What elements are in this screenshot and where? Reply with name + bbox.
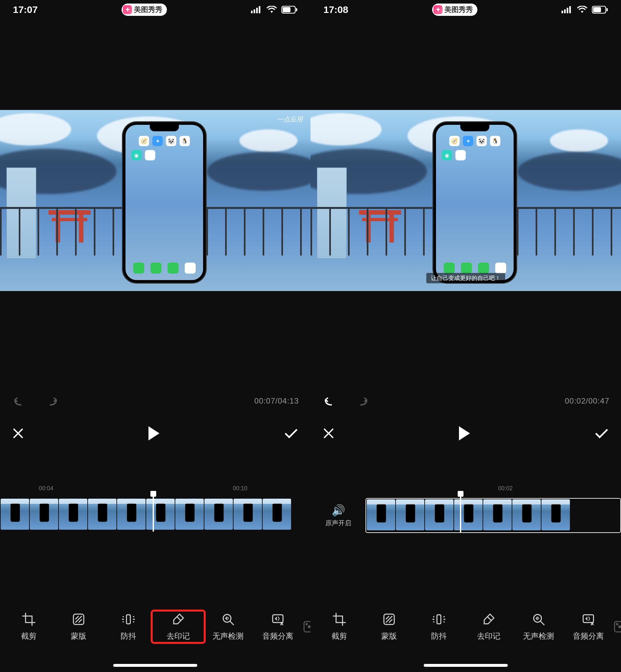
tool-label: 无声检测 [212,631,244,641]
svg-point-20 [306,624,307,625]
svg-line-11 [75,616,79,619]
svg-rect-22 [562,11,563,13]
tool-crop[interactable]: 截剪 [315,612,364,641]
svg-line-16 [230,621,234,625]
wifi-icon [577,6,587,13]
svg-line-34 [389,619,392,623]
home-indicator[interactable] [424,664,508,667]
timeline-thumbnail[interactable] [59,499,87,530]
ruler-mark: 00:10 [233,485,247,492]
tool-crop[interactable]: 截剪 [4,612,54,641]
timeline-thumbnail[interactable] [396,499,424,530]
tool-audio[interactable]: 音频分离 [564,612,613,641]
tool-label: 截剪 [21,631,37,641]
crop-icon [22,612,36,626]
timeline-thumbnail[interactable] [367,499,395,530]
svg-line-10 [75,616,82,623]
status-bar: 17:08 ✦美图秀秀 [310,0,621,19]
svg-rect-6 [296,8,297,11]
timecode: 00:02/00:47 [565,396,609,406]
phone-mockup: 🧭✦🐼🐧 ◉◐ [123,122,206,283]
stabilize-icon [121,612,135,626]
svg-rect-23 [564,9,566,13]
svg-rect-17 [273,615,283,623]
play-icon [459,426,470,440]
timeline-thumbnail[interactable] [204,499,233,530]
tool-label: 音频分离 [262,631,293,641]
svg-rect-5 [283,7,290,12]
video-preview[interactable]: 一点应用 🧭✦🐼🐧 ◉◐ [0,110,310,291]
mask-icon [382,612,396,626]
timeline-thumbnail[interactable] [175,499,204,530]
video-preview[interactable]: 🧭✦🐼🐧 ◉◐ 让自己变成更好的自己吧！ [310,110,621,291]
undo-icon[interactable] [12,394,26,408]
play-button[interactable] [459,426,470,440]
screenshot-2: 17:08 ✦美图秀秀 🧭✦🐼🐧 ◉◐ 让自 [310,0,621,672]
time-row: 00:07/04:13 [0,391,310,411]
timeline-thumbnail[interactable] [512,499,541,530]
playhead[interactable] [153,495,154,532]
signal-icon [251,6,262,13]
timeline-thumbnail[interactable] [117,499,146,530]
timeline-thumbnail[interactable] [541,499,570,530]
timeline-thumbnail[interactable] [263,499,291,530]
confirm-icon[interactable] [594,427,609,440]
bottom-toolbar: 截剪 蒙版 防抖 去印记 无声检测 音频分离 [0,604,310,649]
control-row [310,420,621,446]
tool-erase[interactable]: 去印记 [464,612,513,641]
svg-line-38 [540,621,544,625]
tool-magic[interactable] [303,620,310,634]
timeline-thumbnail[interactable] [234,499,262,530]
tool-audio[interactable]: 音频分离 [253,612,303,641]
redo-icon[interactable] [356,394,370,408]
confirm-icon[interactable] [283,427,299,440]
phone-mockup: 🧭✦🐼🐧 ◉◐ [433,122,516,283]
silence-icon [531,612,546,626]
close-icon[interactable] [12,427,25,440]
screenshot-1: 17:07 ✦美图秀秀 一点应用 🧭✦🐼🐧 ◉◐ [0,0,310,672]
timecode: 00:07/04:13 [254,396,299,406]
wifi-icon [266,6,277,13]
timeline-thumbnail[interactable] [30,499,58,530]
timeline-thumbnail[interactable] [425,499,453,530]
svg-rect-0 [251,11,253,13]
svg-line-33 [386,616,389,619]
undo-icon[interactable] [322,394,336,408]
timeline[interactable]: 00:0400:10 [0,485,310,532]
svg-line-12 [79,619,82,623]
tool-stabilize[interactable]: 防抖 [104,612,153,641]
timeline[interactable]: 00:02 [310,485,621,533]
tool-silence[interactable]: 无声检测 [203,612,253,641]
playhead[interactable] [460,495,461,533]
play-button[interactable] [149,426,160,440]
tool-label: 去印记 [167,631,190,641]
status-time: 17:08 [323,4,348,15]
redo-icon[interactable] [45,394,59,408]
svg-point-42 [617,624,618,625]
tool-mask[interactable]: 蒙版 [364,612,414,641]
timeline-thumbnail[interactable] [1,499,29,530]
audio-icon [581,612,595,626]
time-row: 00:02/00:47 [310,391,621,411]
magic-icon [302,620,310,634]
tool-label: 去印记 [477,631,500,641]
timeline-thumbnail[interactable] [88,499,116,530]
tool-erase[interactable]: 去印记 [153,612,203,641]
stabilize-icon [432,612,446,626]
status-bar: 17:07 ✦美图秀秀 [0,0,310,19]
tool-magic[interactable] [613,620,621,634]
brand-badge: ✦美图秀秀 [122,4,167,16]
tool-stabilize[interactable]: 防抖 [414,612,464,641]
timeline-thumbnail[interactable] [454,499,483,530]
tool-mask[interactable]: 蒙版 [54,612,104,641]
home-indicator[interactable] [113,664,197,667]
close-icon[interactable] [322,427,335,440]
timeline-thumbnail[interactable] [483,499,512,530]
svg-rect-39 [583,615,593,623]
timeline-thumbnail[interactable] [146,499,175,530]
svg-line-32 [386,616,392,623]
svg-rect-25 [569,6,571,13]
tool-silence[interactable]: 无声检测 [513,612,564,641]
preview-watermark: 一点应用 [277,115,303,124]
svg-rect-28 [607,8,608,11]
